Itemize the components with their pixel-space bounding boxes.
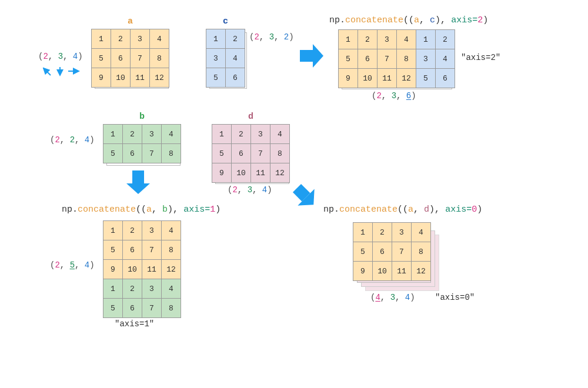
array-b-title: b [103,112,181,122]
array-d-title: d [212,112,290,122]
shape-result-ab: (2, 5, 4) [50,260,95,270]
array-c-title: c [206,16,245,26]
code-concat-ac: np.concatenate((a, c), axis=2) [329,15,488,25]
shape-b: (2, 2, 4) [50,135,95,145]
array-d: d 1234 5678 9101112 [212,112,290,185]
array-a-title: a [91,16,169,26]
result-ad: 1234 5678 9101112 [353,222,431,283]
axis-arrows-icon [41,65,88,85]
array-b: b 1234 5678 [103,112,181,166]
result-ab: 1234 5678 9101112 1234 5678 [103,220,181,320]
array-a: a 1234 5678 9101112 [91,16,169,90]
shape-c: (2, 3, 2) [249,32,294,42]
shape-result-ac: (2, 3, 6) [372,91,416,101]
shape-result-ad: (4, 3, 4) [370,293,415,302]
shape-a: (2, 3, 4) [38,52,83,61]
axis0-label: "axis=0" [435,293,475,302]
svg-line-0 [44,68,51,75]
axis1-label: "axis=1" [115,319,154,329]
array-c: c 12 34 56 [206,16,245,90]
shape-d: (2, 3, 4) [228,185,272,195]
result-ac: 123412 567834 910111256 [338,29,455,91]
code-concat-ab: np.concatenate((a, b), axis=1) [62,205,220,215]
diagram-canvas: a 1234 5678 9101112 (2, 3, 4) c [12,12,576,376]
axis2-label: "axis=2" [461,53,500,62]
code-concat-ad: np.concatenate((a, d), axis=0) [323,205,482,215]
